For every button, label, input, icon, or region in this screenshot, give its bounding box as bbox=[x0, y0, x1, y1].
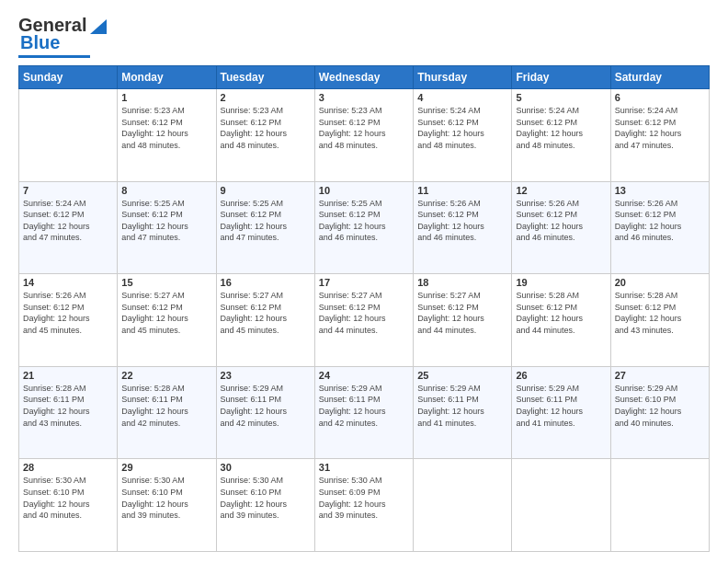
weekday-header-friday: Friday bbox=[512, 66, 610, 89]
day-number: 29 bbox=[121, 462, 211, 473]
day-info: Sunrise: 5:27 AMSunset: 6:12 PMDaylight:… bbox=[221, 290, 311, 336]
calendar-cell: 19Sunrise: 5:28 AMSunset: 6:12 PMDayligh… bbox=[512, 274, 610, 367]
day-info: Sunrise: 5:25 AMSunset: 6:12 PMDaylight:… bbox=[319, 198, 409, 244]
day-number: 1 bbox=[121, 92, 211, 103]
weekday-header-thursday: Thursday bbox=[414, 66, 512, 89]
calendar-cell: 15Sunrise: 5:27 AMSunset: 6:12 PMDayligh… bbox=[118, 274, 216, 367]
calendar-cell: 31Sunrise: 5:30 AMSunset: 6:09 PMDayligh… bbox=[314, 459, 413, 552]
week-row-3: 14Sunrise: 5:26 AMSunset: 6:12 PMDayligh… bbox=[19, 274, 710, 367]
day-info: Sunrise: 5:29 AMSunset: 6:11 PMDaylight:… bbox=[417, 383, 507, 429]
day-info: Sunrise: 5:23 AMSunset: 6:12 PMDaylight:… bbox=[121, 105, 211, 151]
day-number: 11 bbox=[417, 185, 507, 196]
day-info: Sunrise: 5:25 AMSunset: 6:12 PMDaylight:… bbox=[221, 198, 311, 244]
day-info: Sunrise: 5:30 AMSunset: 6:10 PMDaylight:… bbox=[121, 475, 211, 521]
calendar-cell bbox=[512, 459, 610, 552]
calendar-cell bbox=[19, 89, 118, 182]
day-info: Sunrise: 5:30 AMSunset: 6:10 PMDaylight:… bbox=[221, 475, 311, 521]
day-number: 24 bbox=[319, 370, 409, 381]
calendar-cell: 14Sunrise: 5:26 AMSunset: 6:12 PMDayligh… bbox=[19, 274, 118, 367]
day-info: Sunrise: 5:24 AMSunset: 6:12 PMDaylight:… bbox=[23, 198, 113, 244]
weekday-header-wednesday: Wednesday bbox=[314, 66, 413, 89]
day-info: Sunrise: 5:24 AMSunset: 6:12 PMDaylight:… bbox=[516, 105, 606, 151]
day-info: Sunrise: 5:29 AMSunset: 6:11 PMDaylight:… bbox=[516, 383, 606, 429]
day-number: 15 bbox=[121, 277, 211, 288]
calendar-cell: 21Sunrise: 5:28 AMSunset: 6:11 PMDayligh… bbox=[19, 366, 118, 459]
header: General Blue bbox=[18, 15, 710, 58]
calendar-cell: 28Sunrise: 5:30 AMSunset: 6:10 PMDayligh… bbox=[19, 459, 118, 552]
week-row-4: 21Sunrise: 5:28 AMSunset: 6:11 PMDayligh… bbox=[19, 366, 710, 459]
calendar-cell: 20Sunrise: 5:28 AMSunset: 6:12 PMDayligh… bbox=[610, 274, 709, 367]
day-number: 8 bbox=[121, 185, 211, 196]
day-info: Sunrise: 5:29 AMSunset: 6:10 PMDaylight:… bbox=[615, 383, 705, 429]
calendar-cell: 16Sunrise: 5:27 AMSunset: 6:12 PMDayligh… bbox=[216, 274, 314, 367]
day-info: Sunrise: 5:23 AMSunset: 6:12 PMDaylight:… bbox=[221, 105, 311, 151]
day-info: Sunrise: 5:28 AMSunset: 6:12 PMDaylight:… bbox=[615, 290, 705, 336]
day-info: Sunrise: 5:24 AMSunset: 6:12 PMDaylight:… bbox=[417, 105, 507, 151]
calendar-cell: 10Sunrise: 5:25 AMSunset: 6:12 PMDayligh… bbox=[314, 181, 413, 274]
day-number: 13 bbox=[615, 185, 705, 196]
calendar-cell: 23Sunrise: 5:29 AMSunset: 6:11 PMDayligh… bbox=[216, 366, 314, 459]
logo-icon bbox=[88, 16, 108, 36]
calendar-cell bbox=[610, 459, 709, 552]
weekday-header-tuesday: Tuesday bbox=[216, 66, 314, 89]
day-number: 31 bbox=[319, 462, 409, 473]
day-info: Sunrise: 5:27 AMSunset: 6:12 PMDaylight:… bbox=[417, 290, 507, 336]
day-number: 28 bbox=[23, 462, 113, 473]
week-row-2: 7Sunrise: 5:24 AMSunset: 6:12 PMDaylight… bbox=[19, 181, 710, 274]
day-info: Sunrise: 5:30 AMSunset: 6:09 PMDaylight:… bbox=[319, 475, 409, 521]
day-number: 10 bbox=[319, 185, 409, 196]
calendar-cell: 26Sunrise: 5:29 AMSunset: 6:11 PMDayligh… bbox=[512, 366, 610, 459]
calendar-cell: 25Sunrise: 5:29 AMSunset: 6:11 PMDayligh… bbox=[414, 366, 512, 459]
day-info: Sunrise: 5:28 AMSunset: 6:12 PMDaylight:… bbox=[516, 290, 606, 336]
day-info: Sunrise: 5:26 AMSunset: 6:12 PMDaylight:… bbox=[23, 290, 113, 336]
calendar-cell: 7Sunrise: 5:24 AMSunset: 6:12 PMDaylight… bbox=[19, 181, 118, 274]
weekday-header-monday: Monday bbox=[118, 66, 216, 89]
day-info: Sunrise: 5:25 AMSunset: 6:12 PMDaylight:… bbox=[121, 198, 211, 244]
calendar-cell: 12Sunrise: 5:26 AMSunset: 6:12 PMDayligh… bbox=[512, 181, 610, 274]
calendar-cell: 30Sunrise: 5:30 AMSunset: 6:10 PMDayligh… bbox=[216, 459, 314, 552]
day-info: Sunrise: 5:29 AMSunset: 6:11 PMDaylight:… bbox=[319, 383, 409, 429]
calendar-cell: 3Sunrise: 5:23 AMSunset: 6:12 PMDaylight… bbox=[314, 89, 413, 182]
day-number: 14 bbox=[23, 277, 113, 288]
weekday-header-row: SundayMondayTuesdayWednesdayThursdayFrid… bbox=[19, 66, 710, 89]
calendar-cell bbox=[414, 459, 512, 552]
calendar-cell: 24Sunrise: 5:29 AMSunset: 6:11 PMDayligh… bbox=[314, 366, 413, 459]
day-number: 20 bbox=[615, 277, 705, 288]
calendar-cell: 1Sunrise: 5:23 AMSunset: 6:12 PMDaylight… bbox=[118, 89, 216, 182]
day-info: Sunrise: 5:28 AMSunset: 6:11 PMDaylight:… bbox=[23, 383, 113, 429]
weekday-header-sunday: Sunday bbox=[19, 66, 118, 89]
weekday-header-saturday: Saturday bbox=[610, 66, 709, 89]
day-number: 30 bbox=[221, 462, 311, 473]
calendar-cell: 13Sunrise: 5:26 AMSunset: 6:12 PMDayligh… bbox=[610, 181, 709, 274]
svg-marker-0 bbox=[90, 19, 107, 34]
day-number: 9 bbox=[221, 185, 311, 196]
calendar-cell: 17Sunrise: 5:27 AMSunset: 6:12 PMDayligh… bbox=[314, 274, 413, 367]
day-info: Sunrise: 5:26 AMSunset: 6:12 PMDaylight:… bbox=[615, 198, 705, 244]
day-info: Sunrise: 5:23 AMSunset: 6:12 PMDaylight:… bbox=[319, 105, 409, 151]
day-info: Sunrise: 5:28 AMSunset: 6:11 PMDaylight:… bbox=[121, 383, 211, 429]
calendar-cell: 22Sunrise: 5:28 AMSunset: 6:11 PMDayligh… bbox=[118, 366, 216, 459]
day-number: 2 bbox=[221, 92, 311, 103]
day-number: 22 bbox=[121, 370, 211, 381]
logo: General Blue bbox=[18, 15, 108, 58]
day-number: 17 bbox=[319, 277, 409, 288]
calendar-cell: 11Sunrise: 5:26 AMSunset: 6:12 PMDayligh… bbox=[414, 181, 512, 274]
calendar-cell: 18Sunrise: 5:27 AMSunset: 6:12 PMDayligh… bbox=[414, 274, 512, 367]
calendar-cell: 29Sunrise: 5:30 AMSunset: 6:10 PMDayligh… bbox=[118, 459, 216, 552]
day-number: 25 bbox=[417, 370, 507, 381]
calendar-cell: 9Sunrise: 5:25 AMSunset: 6:12 PMDaylight… bbox=[216, 181, 314, 274]
day-number: 4 bbox=[417, 92, 507, 103]
logo-underline bbox=[18, 55, 90, 58]
day-number: 6 bbox=[615, 92, 705, 103]
calendar-cell: 27Sunrise: 5:29 AMSunset: 6:10 PMDayligh… bbox=[610, 366, 709, 459]
day-info: Sunrise: 5:24 AMSunset: 6:12 PMDaylight:… bbox=[615, 105, 705, 151]
day-number: 26 bbox=[516, 370, 606, 381]
day-number: 3 bbox=[319, 92, 409, 103]
day-number: 23 bbox=[221, 370, 311, 381]
day-number: 12 bbox=[516, 185, 606, 196]
calendar-cell: 6Sunrise: 5:24 AMSunset: 6:12 PMDaylight… bbox=[610, 89, 709, 182]
calendar-cell: 4Sunrise: 5:24 AMSunset: 6:12 PMDaylight… bbox=[414, 89, 512, 182]
calendar-table: SundayMondayTuesdayWednesdayThursdayFrid… bbox=[18, 65, 710, 552]
week-row-5: 28Sunrise: 5:30 AMSunset: 6:10 PMDayligh… bbox=[19, 459, 710, 552]
page: General Blue SundayMondayTuesdayWednesda… bbox=[0, 0, 728, 563]
